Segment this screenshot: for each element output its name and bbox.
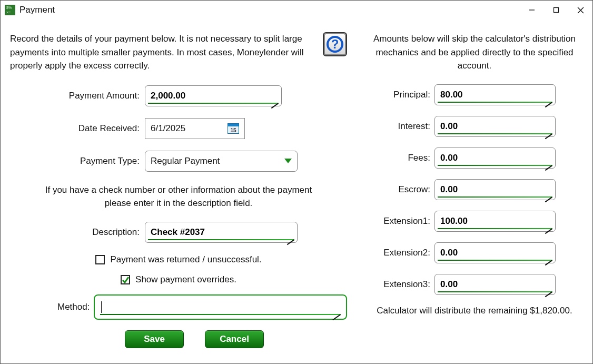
question-icon: ? (327, 36, 343, 53)
payment-window: Payment Record the details of your payme… (0, 0, 593, 364)
interest-label: Interest: (366, 121, 434, 132)
calendar-icon[interactable]: 15 (228, 123, 239, 134)
date-value: 6/1/2025 (151, 123, 185, 134)
extension1-input[interactable] (434, 211, 556, 232)
close-button[interactable] (568, 2, 592, 18)
extension2-input[interactable] (434, 242, 556, 263)
description-hint: If you have a check number or other info… (10, 183, 347, 210)
extension3-input[interactable] (434, 274, 556, 295)
remaining-text: Calculator will distribute the remaining… (366, 306, 583, 316)
payment-amount-label: Payment Amount: (10, 91, 145, 101)
app-icon (5, 5, 15, 15)
interest-input[interactable] (434, 116, 556, 137)
payment-type-label: Payment Type: (10, 156, 145, 166)
fees-label: Fees: (366, 153, 434, 163)
left-instructions: Record the details of your payment below… (10, 32, 320, 73)
extension1-label: Extension1: (366, 216, 434, 227)
cancel-button[interactable]: Cancel (205, 330, 264, 348)
date-received-input[interactable]: 6/1/2025 15 (145, 118, 245, 139)
returned-label: Payment was returned / unsuccessful. (110, 254, 261, 265)
payment-amount-input[interactable] (145, 85, 282, 106)
minimize-button[interactable] (520, 2, 544, 18)
window-controls (520, 2, 592, 18)
titlebar: Payment (1, 1, 592, 19)
text-cursor (101, 301, 102, 313)
payment-type-value: Regular Payment (151, 156, 220, 166)
returned-checkbox[interactable] (95, 255, 105, 264)
save-button[interactable]: Save (125, 330, 184, 348)
maximize-button[interactable] (544, 2, 568, 18)
help-button[interactable]: ? (323, 32, 347, 56)
svg-rect-1 (554, 8, 559, 13)
extension2-label: Extension2: (366, 248, 434, 258)
description-label: Description: (10, 227, 145, 238)
method-input[interactable] (94, 294, 347, 320)
overrides-label: Show payment overrides. (135, 274, 236, 285)
right-instructions: Amounts below will skip the calculator's… (366, 32, 583, 73)
principal-label: Principal: (366, 90, 434, 100)
description-input[interactable] (145, 222, 298, 243)
window-title: Payment (19, 5, 55, 15)
fees-input[interactable] (434, 147, 556, 169)
method-label: Method: (57, 302, 90, 312)
chevron-down-icon (284, 159, 292, 163)
escrow-input[interactable] (434, 179, 556, 200)
escrow-label: Escrow: (366, 184, 434, 195)
principal-input[interactable] (434, 84, 556, 105)
extension3-label: Extension3: (366, 279, 434, 290)
date-received-label: Date Received: (10, 123, 145, 134)
overrides-checkbox[interactable] (121, 275, 130, 284)
payment-type-select[interactable]: Regular Payment (145, 151, 298, 172)
